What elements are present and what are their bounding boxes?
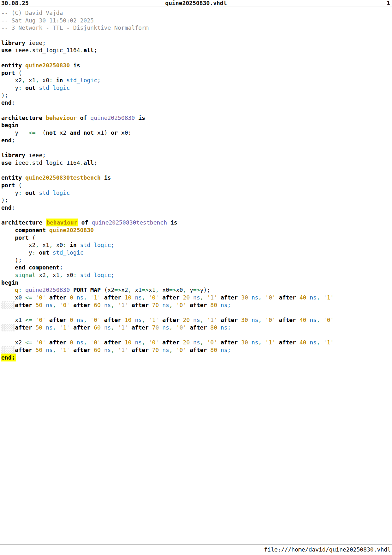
code-token: in (56, 77, 63, 83)
code-token: x0 (1, 294, 25, 301)
code-token: is (170, 219, 177, 226)
code-token (217, 347, 221, 353)
code-token (32, 294, 36, 301)
code-token: port (1, 182, 15, 188)
code-token: . (29, 159, 32, 166)
code-token (306, 294, 310, 301)
code-token: ns (251, 339, 258, 346)
code-token: ns (251, 317, 258, 323)
code-token: ns; (221, 302, 231, 308)
code-token (80, 129, 83, 136)
code-token: ' (272, 294, 275, 301)
code-token (217, 302, 221, 308)
code-token: ns (77, 317, 83, 323)
code-token: , (200, 294, 204, 301)
code-token: , (22, 77, 25, 83)
code-token (190, 339, 193, 346)
header-page-number: 1 (387, 0, 390, 6)
code-token (207, 302, 210, 308)
code-token: 0 (152, 294, 156, 301)
code-token: not (46, 129, 56, 136)
code-token: , (49, 242, 53, 248)
code-token (42, 324, 46, 331)
code-token: after (132, 324, 149, 331)
wrap-indicator (1, 324, 15, 331)
code-token: library (1, 152, 25, 158)
code-token: architecture (1, 219, 42, 226)
code-token: quine20250830 (25, 62, 70, 69)
code-token (114, 302, 118, 308)
code-token: ieee; (25, 40, 46, 46)
code-token (217, 294, 221, 301)
code-token: , (142, 294, 145, 301)
code-token (56, 324, 59, 331)
code-token: 1 (63, 347, 66, 353)
code-line: entity quine20250830 is (1, 62, 392, 69)
code-token (22, 287, 25, 293)
code-token (186, 324, 190, 331)
code-token: 0 (63, 302, 66, 308)
code-token: <= (25, 294, 32, 301)
code-token: 0 (70, 339, 73, 346)
code-token (42, 347, 46, 353)
code-token: after (104, 294, 121, 301)
code-token: y (1, 129, 29, 136)
code-token: after (190, 302, 207, 308)
code-token: x1 (1, 317, 25, 323)
code-token: std_logic_1164 (32, 159, 80, 166)
code-token (207, 347, 210, 353)
code-token: ns (193, 317, 200, 323)
code-token: ' (183, 347, 187, 353)
code-token: ' (35, 317, 39, 323)
code-token: ns (162, 324, 169, 331)
code-token: x2 (35, 272, 46, 278)
code-token (87, 287, 90, 293)
code-token: , (111, 324, 114, 331)
code-token: => (114, 287, 121, 293)
code-token: MAP (90, 287, 101, 293)
code-token: 1 (94, 294, 97, 301)
code-token (70, 324, 73, 331)
code-token: ' (176, 347, 180, 353)
code-token: 10 (125, 294, 132, 301)
code-token: after (73, 347, 90, 353)
code-line: use ieee.std_logic_1164.all; (1, 46, 392, 54)
code-token (306, 317, 310, 323)
code-token (22, 174, 25, 181)
code-token: ieee (12, 47, 29, 53)
code-token: 60 (94, 302, 101, 308)
code-token (320, 339, 323, 346)
code-token: after (15, 302, 32, 308)
code-token: ' (149, 317, 152, 323)
code-token: , (83, 294, 87, 301)
code-token (1, 264, 15, 271)
code-token (238, 339, 241, 346)
code-line: end; (1, 204, 392, 212)
code-line: x2, x1, x0: in std_logic; (1, 77, 392, 84)
code-token (159, 294, 162, 301)
code-line: x2, x1, x0: in std_logic; (1, 241, 392, 249)
code-token: ; (94, 159, 97, 166)
code-token: , (128, 287, 132, 293)
code-token (1, 287, 15, 293)
code-line: x2 <= '0' after 0 ns, '0' after 10 ns, '… (1, 339, 392, 346)
code-token: , (169, 347, 173, 353)
code-token: x0; (118, 129, 132, 136)
code-token (173, 347, 176, 353)
code-token (46, 227, 49, 233)
code-token (145, 294, 149, 301)
code-token: and (70, 129, 80, 136)
page-header: 30.08.25 quine20250830.vhdl 1 (0, 0, 392, 7)
code-token (90, 302, 94, 308)
header-filename: quine20250830.vhdl (165, 0, 227, 6)
code-token: ' (35, 294, 39, 301)
code-line (1, 166, 392, 174)
code-token: ' (176, 324, 180, 331)
code-line: architecture behaviour of quine20250830 … (1, 114, 392, 122)
code-token: after (73, 302, 90, 308)
code-line: -- 3 Network - TTL - Disjunktive Normalf… (1, 24, 392, 32)
code-token: -- 3 Network - TTL - Disjunktive Normalf… (1, 24, 149, 31)
code-line (1, 331, 392, 339)
code-token: not (83, 129, 94, 136)
code-token: ' (149, 294, 152, 301)
